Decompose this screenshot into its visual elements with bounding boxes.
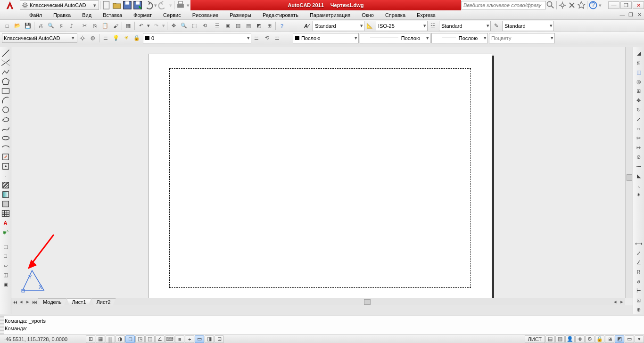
layout-toggle[interactable]: ЛИСТ	[525, 335, 545, 343]
ortho-button[interactable]: ▒	[106, 335, 115, 343]
region-icon[interactable]	[1, 200, 10, 208]
layer-freeze-icon[interactable]: ☀	[121, 33, 132, 43]
grid-button[interactable]: ▦	[96, 335, 105, 343]
help-dd[interactable]: ▾	[598, 0, 603, 10]
export-icon[interactable]: ⤴	[66, 21, 77, 31]
mleaderstyle-combo[interactable]: Standard▾	[502, 21, 554, 31]
vport-clip-icon[interactable]: ▣	[1, 280, 10, 288]
dim-center-icon[interactable]: ⊕	[634, 305, 644, 314]
3dosnap-button[interactable]: ◳	[135, 335, 145, 343]
window-close-button[interactable]: ✕	[633, 1, 644, 9]
x-top-icon[interactable]	[567, 0, 577, 10]
array-icon[interactable]: ⊞	[634, 87, 644, 95]
block-icon[interactable]: ▦	[123, 21, 133, 31]
scale-icon[interactable]: ⤢	[634, 115, 644, 123]
tab-model[interactable]: Модель	[38, 298, 66, 306]
extend-icon[interactable]: ↦	[634, 143, 644, 152]
cut-icon[interactable]: ✂	[79, 21, 90, 31]
ws-toggle-icon[interactable]: ◍	[88, 33, 98, 43]
line-icon[interactable]	[1, 49, 10, 57]
lock-ui-icon[interactable]: 🔒	[595, 335, 604, 343]
offset-icon[interactable]: ◎	[634, 77, 644, 86]
redo-icon[interactable]: ↷	[151, 21, 161, 31]
command-line[interactable]: Команда: _vports Команда:	[0, 316, 644, 335]
prop-icon[interactable]: ☰	[212, 21, 223, 31]
polar-button[interactable]: ◑	[116, 335, 125, 343]
menu-insert[interactable]: Вставка	[97, 10, 128, 20]
save-icon[interactable]: 💾	[23, 21, 33, 31]
star-icon[interactable]	[577, 0, 586, 10]
dim-tol-icon[interactable]: ⊡	[634, 296, 644, 304]
qat-save-icon[interactable]	[122, 0, 132, 10]
menu-param[interactable]: Параметризация	[304, 10, 356, 20]
doc-minimize-icon[interactable]: —	[619, 12, 626, 18]
spline-icon[interactable]	[1, 124, 10, 133]
hardware-icon[interactable]: 🖥	[605, 335, 614, 343]
tablestyle-icon[interactable]: ☳	[428, 21, 438, 31]
qat-redo-dd[interactable]: ▾	[168, 0, 173, 10]
vscroll-thumb[interactable]	[627, 174, 632, 181]
hatch-icon[interactable]	[1, 181, 10, 189]
qv-layouts-icon[interactable]: ▤	[545, 335, 555, 343]
dyn-button[interactable]: ⌨	[165, 335, 174, 343]
sc-button[interactable]: ▭	[195, 335, 204, 343]
layer-state-icon[interactable]: ☱	[251, 33, 262, 43]
dc-icon[interactable]: ▣	[223, 21, 233, 31]
add-selected-icon[interactable]: ⊕°	[1, 228, 10, 237]
undo-dd-icon[interactable]: ▾	[146, 21, 151, 31]
xline-icon[interactable]	[1, 58, 10, 67]
dim-aligned-icon[interactable]: ⤢	[634, 249, 644, 257]
pan-icon[interactable]: ✥	[168, 21, 179, 31]
search-input[interactable]	[461, 1, 546, 9]
qat-redo-icon[interactable]	[158, 0, 168, 10]
layer-iso-icon[interactable]: ☲	[272, 33, 282, 43]
workspace-combo[interactable]: Классический AutoCAD ▾	[20, 0, 99, 10]
dimstyle-combo[interactable]: ISO-25▾	[376, 21, 428, 31]
menu-format[interactable]: Формат	[128, 10, 157, 20]
snap-mode-button[interactable]: ⊞	[86, 335, 95, 343]
tab-sheet1[interactable]: Лист1	[66, 298, 91, 306]
qat-print-dd[interactable]: ▾	[186, 0, 190, 10]
tab-last-icon[interactable]: ⏭	[31, 299, 38, 305]
trim-icon[interactable]: ✂	[634, 134, 644, 142]
qv-dwg-icon[interactable]: ▥	[555, 335, 565, 343]
publish-icon[interactable]: ⎘	[56, 21, 66, 31]
layermgr-icon[interactable]: ☰	[100, 33, 111, 43]
ann-scale-icon[interactable]: 👤	[565, 335, 575, 343]
join-icon[interactable]: ⊶	[634, 162, 644, 171]
rotate-icon[interactable]: ↻	[634, 106, 644, 114]
tray-dd-icon[interactable]: ▾	[635, 335, 644, 343]
textstyle-icon[interactable]: A⁄	[301, 21, 312, 31]
ellipse-icon[interactable]	[1, 134, 10, 142]
window-restore-button[interactable]: ❐	[620, 1, 632, 9]
gear-top-icon[interactable]	[558, 0, 567, 10]
insert-block-icon[interactable]	[1, 153, 10, 161]
help2-icon[interactable]: ?	[277, 21, 287, 31]
chamfer-icon[interactable]: ◣	[634, 172, 644, 180]
menu-file[interactable]: Файл	[24, 10, 48, 20]
fillet-icon[interactable]: ◟	[634, 181, 644, 189]
point-icon[interactable]: ·	[1, 172, 10, 180]
qat-undo-icon[interactable]	[143, 0, 153, 10]
layer-on-icon[interactable]: 💡	[111, 33, 121, 43]
doc-restore-icon[interactable]: ❐	[627, 12, 635, 18]
vport-single-icon[interactable]: □	[1, 252, 10, 260]
preview-icon[interactable]: 🔍	[46, 21, 56, 31]
dim-radius-icon[interactable]: R	[634, 268, 644, 276]
vport-obj-icon[interactable]: ◫	[1, 270, 10, 279]
menu-express[interactable]: Express	[411, 10, 441, 20]
markup-icon[interactable]: ◩	[254, 21, 264, 31]
revcloud-icon[interactable]	[1, 115, 10, 123]
workspace2-combo[interactable]: Классический AutoCAD▾	[2, 33, 77, 43]
menu-dim[interactable]: Размеры	[224, 10, 257, 20]
textstyle-combo[interactable]: Standard▾	[313, 21, 364, 31]
qat-print-icon[interactable]	[175, 0, 186, 10]
tool-pal-icon[interactable]: ▥	[233, 21, 243, 31]
dim-linear-icon[interactable]: ⟷	[634, 239, 644, 248]
mleaderstyle-icon[interactable]: ✎	[491, 21, 501, 31]
tab-next-icon[interactable]: ▸	[25, 299, 31, 305]
explode-icon[interactable]: ✶	[634, 190, 644, 199]
menu-edit[interactable]: Правка	[48, 10, 76, 20]
hscroll-thumb[interactable]	[364, 299, 371, 305]
tablestyle-combo[interactable]: Standard▾	[439, 21, 491, 31]
